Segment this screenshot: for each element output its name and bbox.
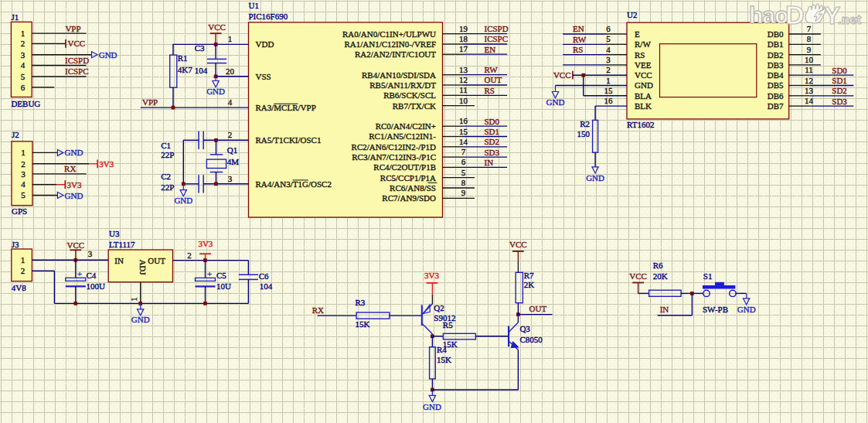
svg-text:20K: 20K — [653, 271, 668, 281]
svg-text:4: 4 — [21, 60, 26, 70]
svg-text:Q3: Q3 — [519, 324, 530, 333]
svg-text:RC5/CCP1/P1A: RC5/CCP1/P1A — [380, 173, 436, 183]
svg-text:C3: C3 — [195, 43, 205, 53]
svg-text:SW-PB: SW-PB — [703, 305, 728, 314]
svg-text:5: 5 — [606, 34, 611, 43]
svg-text:SD2: SD2 — [832, 86, 847, 95]
svg-text:GND: GND — [737, 305, 756, 314]
svg-text:ADJ: ADJ — [138, 259, 148, 275]
svg-text:RC2/AN6/C12IN2-/P1D: RC2/AN6/C12IN2-/P1D — [352, 142, 436, 152]
svg-text:10U: 10U — [216, 281, 231, 291]
svg-text:4: 4 — [228, 97, 233, 107]
svg-text:19: 19 — [459, 24, 468, 33]
svg-text:R/W: R/W — [635, 39, 651, 49]
svg-text:16: 16 — [459, 116, 468, 125]
svg-text:1: 1 — [228, 34, 233, 43]
svg-text:GND: GND — [99, 50, 117, 60]
svg-text:DB5: DB5 — [768, 80, 784, 90]
svg-text:22P: 22P — [161, 183, 174, 192]
svg-text:6: 6 — [21, 83, 26, 92]
svg-text:6: 6 — [461, 157, 466, 166]
svg-text:+: + — [77, 269, 82, 278]
svg-text:+: + — [207, 269, 212, 278]
svg-text:GND: GND — [586, 173, 604, 183]
svg-text:Q1: Q1 — [227, 145, 237, 155]
svg-text:C1: C1 — [161, 141, 171, 150]
svg-text:RC1/AN5/C12IN1-: RC1/AN5/C12IN1- — [369, 131, 436, 141]
svg-text:VDD: VDD — [256, 39, 274, 49]
svg-text:GND: GND — [206, 87, 225, 96]
svg-text:C6: C6 — [259, 271, 269, 281]
svg-text:15: 15 — [459, 127, 468, 136]
svg-text:SD3: SD3 — [485, 148, 500, 157]
svg-text:BLK: BLK — [635, 101, 652, 111]
svg-text:S1: S1 — [703, 271, 713, 281]
svg-text:.net: .net — [838, 12, 862, 27]
svg-text:2: 2 — [21, 159, 26, 169]
svg-text:10: 10 — [805, 55, 814, 64]
svg-text:9: 9 — [807, 45, 812, 54]
svg-text:R1: R1 — [178, 53, 188, 63]
svg-text:VPP: VPP — [142, 97, 158, 107]
svg-text:SD0: SD0 — [485, 117, 500, 126]
svg-text:5: 5 — [21, 190, 26, 200]
svg-text:RC4/C2OUT/P1B: RC4/C2OUT/P1B — [373, 162, 436, 172]
svg-text:VCC: VCC — [509, 240, 527, 249]
svg-text:RA4/AN3/T1G/OSC2: RA4/AN3/T1G/OSC2 — [256, 179, 332, 189]
svg-text:GND: GND — [174, 196, 192, 205]
svg-text:IN: IN — [114, 256, 124, 265]
svg-text:E: E — [635, 29, 640, 39]
svg-text:2: 2 — [187, 251, 192, 260]
svg-text:ICSPD: ICSPD — [485, 24, 509, 33]
svg-text:RS: RS — [573, 45, 583, 54]
svg-text:VEE: VEE — [635, 60, 652, 70]
svg-text:VSS: VSS — [256, 72, 271, 81]
svg-text:GND: GND — [423, 402, 441, 411]
svg-text:DB3: DB3 — [768, 60, 784, 70]
svg-text:4M: 4M — [227, 157, 240, 166]
svg-text:4: 4 — [606, 45, 611, 54]
svg-text:R2: R2 — [580, 119, 590, 128]
svg-text:13: 13 — [459, 65, 468, 74]
svg-text:SD1: SD1 — [485, 127, 500, 136]
svg-text:C5: C5 — [216, 271, 226, 280]
svg-text:RW: RW — [573, 35, 587, 44]
svg-text:2: 2 — [606, 65, 611, 74]
svg-text:17: 17 — [459, 44, 468, 53]
svg-text:DB0: DB0 — [768, 29, 784, 39]
svg-text:RC7/AN9/SDO: RC7/AN9/SDO — [382, 193, 436, 203]
svg-text:RX: RX — [64, 164, 76, 173]
svg-text:hao: hao — [749, 2, 788, 28]
svg-text:C2: C2 — [161, 172, 171, 181]
svg-text:13: 13 — [805, 86, 814, 95]
svg-text:R5: R5 — [443, 320, 453, 329]
svg-text:ICSPC: ICSPC — [65, 67, 89, 76]
svg-text:RS: RS — [485, 86, 495, 95]
svg-text:EN: EN — [485, 45, 496, 54]
svg-text:RS: RS — [635, 50, 645, 60]
svg-text:2K: 2K — [524, 280, 535, 289]
svg-text:2: 2 — [21, 266, 26, 275]
svg-text:VPP: VPP — [65, 24, 80, 33]
svg-text:1: 1 — [21, 255, 26, 264]
svg-text:IN: IN — [660, 305, 669, 314]
svg-text:12: 12 — [805, 76, 813, 85]
svg-text:VCC: VCC — [629, 271, 647, 281]
svg-text:1: 1 — [21, 148, 26, 157]
svg-text:SD2: SD2 — [485, 137, 500, 146]
svg-text:DEBUG: DEBUG — [11, 99, 40, 108]
svg-text:J3: J3 — [12, 240, 19, 249]
svg-text:VCC: VCC — [553, 70, 571, 80]
svg-text:U2: U2 — [627, 10, 637, 19]
svg-text:Q2: Q2 — [434, 303, 444, 312]
svg-text:15: 15 — [604, 86, 614, 95]
svg-text:RB5/AN11/RX/DT: RB5/AN11/RX/DT — [369, 80, 436, 90]
svg-text:SD0: SD0 — [832, 66, 847, 75]
svg-text:3: 3 — [21, 169, 26, 179]
svg-text:C8050: C8050 — [519, 335, 543, 344]
svg-text:GND: GND — [131, 315, 150, 324]
svg-text:VCC: VCC — [635, 70, 652, 80]
svg-text:3V3: 3V3 — [198, 239, 213, 248]
svg-text:8: 8 — [461, 178, 466, 187]
svg-text:9: 9 — [461, 188, 466, 197]
